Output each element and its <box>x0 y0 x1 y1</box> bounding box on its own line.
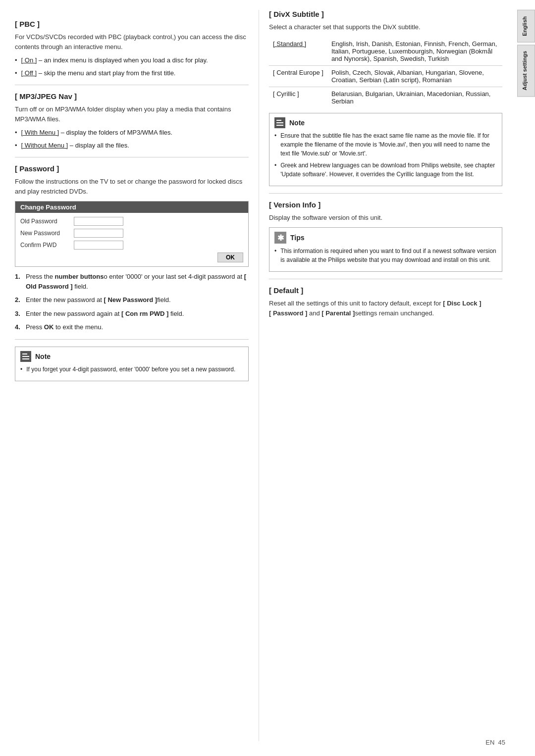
divx-note-icon <box>274 117 285 128</box>
divx-languages-standard: English, Irish, Danish, Estonian, Finnis… <box>327 37 502 66</box>
default-header: [ Default ] <box>269 286 502 295</box>
divx-note-header: Note <box>274 117 497 128</box>
divx-term-cyrillic: [ Cyrillic ] <box>269 87 327 108</box>
note-icon <box>20 351 31 362</box>
password-step-4: 4. Press OK to exit the menu. <box>15 322 249 332</box>
table-row: [ Standard ] English, Irish, Danish, Est… <box>269 37 502 66</box>
password-header: [ Password ] <box>15 164 249 173</box>
password-note-header: Note <box>20 351 243 362</box>
confirm-pwd-label: Confirm PWD <box>20 242 70 249</box>
tips-item-1: This information is required when you wa… <box>274 247 497 264</box>
divx-term-central: [ Central Europe ] <box>269 65 327 87</box>
version-section: [ Version Info ] Display the software ve… <box>269 201 502 272</box>
confirm-pwd-row: Confirm PWD <box>20 241 243 250</box>
right-column: [ DivX Subtitle ] Select a character set… <box>259 10 502 741</box>
divx-text: Select a character set that supports the… <box>269 22 502 32</box>
mp3jpeg-section: [ MP3/JPEG Nav ] Turn off or on MP3/WMA … <box>15 92 249 150</box>
divx-note-list: Ensure that the subtitle file has the ex… <box>274 131 497 179</box>
password-text: Follow the instructions on the TV to set… <box>15 177 249 196</box>
old-password-label: Old Password <box>20 218 70 225</box>
divx-languages-cyrillic: Belarusian, Bulgarian, Ukrainian, Macedo… <box>327 87 502 108</box>
tips-header: ✱ Tips <box>274 232 497 244</box>
password-step-2: 2. Enter the new password at [ New Passw… <box>15 295 249 305</box>
divx-note-box: Note Ensure that the subtitle file has t… <box>269 113 502 186</box>
pbc-header: [ PBC ] <box>15 20 249 28</box>
mp3jpeg-bullet-list: [ With Menu ] – display the folders of M… <box>15 128 249 150</box>
password-step-3: 3. Enter the new password again at [ Con… <box>15 309 249 319</box>
mp3jpeg-header: [ MP3/JPEG Nav ] <box>15 92 249 101</box>
divx-header: [ DivX Subtitle ] <box>269 10 502 18</box>
divx-note-item-1: Ensure that the subtitle file has the ex… <box>274 131 497 158</box>
pbc-bullet-on: [ On ] – an index menu is displayed when… <box>15 55 249 65</box>
version-header: [ Version Info ] <box>269 201 502 209</box>
password-note-title: Note <box>35 353 51 360</box>
password-form: Change Password Old Password New Passwor… <box>15 201 249 267</box>
pbc-section: [ PBC ] For VCDs/SVCDs recorded with PBC… <box>15 20 249 78</box>
password-note-box: Note If you forget your 4-digit password… <box>15 347 249 381</box>
password-note-item-1: If you forget your 4-digit password, ent… <box>20 365 243 374</box>
tips-icon: ✱ <box>274 232 286 244</box>
table-row: [ Central Europe ] Polish, Czech, Slovak… <box>269 65 502 87</box>
mp3jpeg-text: Turn off or on MP3/WMA folder display wh… <box>15 104 249 124</box>
tips-title: Tips <box>290 234 305 242</box>
new-password-row: New Password <box>20 229 243 238</box>
ok-row: OK <box>20 252 243 262</box>
divx-languages-central: Polish, Czech, Slovak, Albanian, Hungari… <box>327 65 502 87</box>
pbc-bullet-list: [ On ] – an index menu is displayed when… <box>15 55 249 78</box>
table-row: [ Cyrillic ] Belarusian, Bulgarian, Ukra… <box>269 87 502 108</box>
new-password-label: New Password <box>20 230 70 237</box>
password-section: [ Password ] Follow the instructions on … <box>15 164 249 381</box>
divx-section: [ DivX Subtitle ] Select a character set… <box>269 10 502 186</box>
side-tab-adjust-settings[interactable]: Adjust settings <box>517 45 535 97</box>
left-column: [ PBC ] For VCDs/SVCDs recorded with PBC… <box>15 10 259 741</box>
default-section: [ Default ] Reset all the settings of th… <box>269 286 502 318</box>
divx-note-item-2: Greek and Hebrew languages can be downlo… <box>274 161 497 179</box>
divx-table: [ Standard ] English, Irish, Danish, Est… <box>269 37 502 108</box>
mp3jpeg-bullet-withoutmenu: [ Without Menu ] – display all the files… <box>15 141 249 151</box>
tips-list: This information is required when you wa… <box>274 247 497 264</box>
default-text: Reset all the settings of this unit to f… <box>269 299 502 318</box>
pbc-text: For VCDs/SVCDs recorded with PBC (playba… <box>15 32 249 51</box>
password-note-list: If you forget your 4-digit password, ent… <box>20 365 243 374</box>
divx-term-standard: [ Standard ] <box>269 37 327 66</box>
version-text: Display the software version of this uni… <box>269 213 502 223</box>
new-password-input[interactable] <box>74 229 123 238</box>
old-password-input[interactable] <box>74 217 123 226</box>
password-form-body: Old Password New Password Confirm PWD <box>15 213 248 266</box>
tips-box: ✱ Tips This information is required when… <box>269 227 502 272</box>
side-tab-english[interactable]: English <box>517 10 535 43</box>
mp3jpeg-bullet-withmenu: [ With Menu ] – display the folders of M… <box>15 128 249 138</box>
confirm-pwd-input[interactable] <box>74 241 123 250</box>
password-step-1: 1. Press the number buttonso enter '0000… <box>15 272 249 291</box>
divx-note-title: Note <box>289 119 305 127</box>
page-number: EN 45 <box>485 739 505 746</box>
ok-button[interactable]: OK <box>217 252 243 262</box>
old-password-row: Old Password <box>20 217 243 226</box>
password-form-header: Change Password <box>15 202 248 213</box>
pbc-bullet-off: [ Off ] – skip the menu and start play f… <box>15 68 249 78</box>
password-steps: 1. Press the number buttonso enter '0000… <box>15 272 249 332</box>
